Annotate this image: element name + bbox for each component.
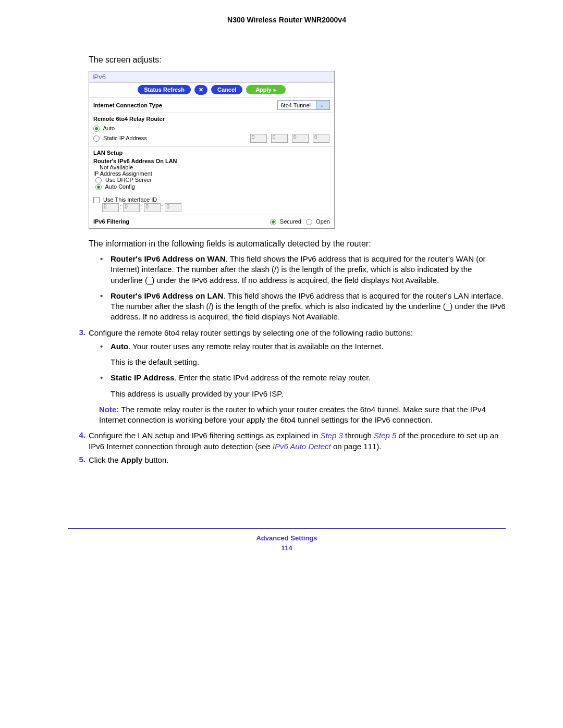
- page-footer: Advanced Settings 114: [68, 528, 506, 552]
- lan-assign-label: IP Address Assignment: [93, 170, 330, 177]
- bullet-static: Static IP Address. Enter the static IPv4…: [98, 373, 506, 399]
- relay-auto-row: Auto: [93, 124, 330, 133]
- filter-row: IPv6 Filtering Secured Open: [89, 215, 334, 228]
- filter-open-radio[interactable]: [306, 219, 312, 225]
- lan-block: LAN Setup Router's IPv6 Address On LAN N…: [89, 147, 334, 215]
- bullet-auto: Auto. Your router uses any remote relay …: [98, 341, 506, 368]
- auto-config-label: Auto Config: [105, 183, 134, 190]
- bullet-lan: Router's IPv6 Address on LAN. This field…: [98, 291, 506, 323]
- note-block: Note: The remote relay router is the rou…: [99, 404, 506, 426]
- ip-octet-3[interactable]: 0: [292, 134, 309, 143]
- ref-ipv6-auto-detect[interactable]: IPv6 Auto Detect: [273, 442, 331, 451]
- connection-type-label: Internet Connection Type: [93, 102, 162, 108]
- iface-octet-3[interactable]: 0: [144, 203, 161, 212]
- relay-auto-label: Auto: [103, 125, 115, 131]
- bullet-auto-follow: This is the default setting.: [111, 357, 506, 367]
- use-interface-checkbox[interactable]: [93, 197, 100, 203]
- bullet-static-text: . Enter the static IPv4 address of the r…: [175, 373, 371, 382]
- panel-title: IPv6: [89, 71, 334, 83]
- relay-static-row: Static IP Address 0. 0. 0. 0: [93, 133, 330, 144]
- step-5: 5. Click the Apply button.: [71, 455, 506, 465]
- ip-octet-1[interactable]: 0: [250, 134, 267, 143]
- step-3-text: Configure the remote 6to4 relay router s…: [89, 328, 506, 338]
- bullet-auto-text: . Your router uses any remote relay rout…: [128, 342, 383, 351]
- step-5-pre: Click the: [89, 455, 121, 464]
- step-4-mid1: through: [343, 431, 374, 440]
- relay-static-radio[interactable]: [93, 135, 100, 142]
- step-4: 4. Configure the LAN setup and IPv6 filt…: [71, 430, 506, 452]
- ipv6-config-screenshot: IPv6 Status Refresh ✕ Cancel Apply▸ Inte…: [89, 71, 335, 229]
- relay-title: Remote 6to4 Relay Router: [93, 116, 330, 122]
- relay-auto-radio[interactable]: [93, 126, 100, 132]
- apply-button[interactable]: Apply▸: [246, 85, 286, 94]
- bullet-lan-bold: Router's IPv6 Address on LAN: [111, 291, 223, 300]
- status-refresh-button[interactable]: Status Refresh: [138, 85, 191, 94]
- dhcp-label: Use DHCP Server: [105, 177, 152, 183]
- step-3: 3. Configure the remote 6to4 relay route…: [71, 328, 506, 338]
- relay-static-label: Static IP Address: [103, 135, 147, 141]
- arrow-right-icon: ▸: [274, 87, 276, 93]
- use-interface-label: Use This Interface ID: [103, 196, 157, 203]
- ref-step5[interactable]: Step 5: [374, 431, 396, 440]
- lan-addr-value: Not Available: [93, 164, 330, 170]
- iface-octet-1[interactable]: 0: [102, 203, 119, 212]
- step-5-number: 5.: [71, 455, 89, 465]
- cancel-x-button[interactable]: ✕: [194, 85, 207, 95]
- step-5-post: button.: [142, 455, 168, 464]
- bullet-static-bold: Static IP Address: [111, 373, 175, 382]
- ip-octet-4[interactable]: 0: [313, 134, 329, 143]
- iface-octet-2[interactable]: 0: [123, 203, 140, 212]
- connection-type-row: Internet Connection Type 6to4 Tunnel ⌄: [89, 97, 334, 113]
- bullet-wan: Router's IPv6 Address on WAN. This field…: [98, 254, 506, 286]
- interface-id-fields: 0: 0: 0: 0: [93, 203, 330, 212]
- relay-block: Remote 6to4 Relay Router Auto Static IP …: [89, 113, 334, 147]
- auto-detected-intro: The information in the following fields …: [89, 238, 506, 250]
- connection-type-value: 6to4 Tunnel: [278, 101, 316, 109]
- footer-page-number: 114: [68, 544, 506, 552]
- step-4-content: Configure the LAN setup and IPv6 filteri…: [89, 430, 506, 452]
- note-text: The remote relay router is the router to…: [99, 405, 486, 424]
- filter-secured-radio[interactable]: [270, 219, 276, 225]
- intro-text: The screen adjusts:: [89, 55, 506, 65]
- filter-options: Secured Open: [270, 218, 330, 225]
- step-5-content: Click the Apply button.: [89, 455, 506, 465]
- lan-title: LAN Setup: [93, 150, 330, 156]
- step-4-pre: Configure the LAN setup and IPv6 filteri…: [89, 431, 320, 440]
- bullet-static-follow: This address is usually provided by your…: [111, 389, 506, 399]
- auto-detected-bullets: Router's IPv6 Address on WAN. This field…: [98, 254, 506, 323]
- ref-step3[interactable]: Step 3: [320, 431, 342, 440]
- filter-open-label: Open: [316, 218, 330, 225]
- step-5-bold: Apply: [121, 455, 143, 464]
- filter-label: IPv6 Filtering: [93, 218, 129, 225]
- step-4-number: 4.: [71, 430, 89, 452]
- footer-section-title: Advanced Settings: [68, 534, 506, 542]
- step-3-bullets: Auto. Your router uses any remote relay …: [98, 341, 506, 399]
- dhcp-radio[interactable]: [95, 177, 102, 183]
- note-label: Note:: [99, 405, 119, 414]
- panel-button-bar: Status Refresh ✕ Cancel Apply▸: [89, 83, 334, 97]
- bullet-wan-bold: Router's IPv6 Address on WAN: [111, 254, 226, 263]
- step-4-post: on page 111).: [331, 442, 382, 451]
- auto-config-radio[interactable]: [95, 184, 102, 190]
- lan-addr-label: Router's IPv6 Address On LAN: [93, 158, 330, 164]
- page-header-title: N300 Wireless Router WNR2000v4: [68, 16, 506, 24]
- static-ip-fields: 0. 0. 0. 0: [250, 134, 330, 143]
- step-3-number: 3.: [71, 328, 89, 338]
- bullet-auto-bold: Auto: [111, 342, 128, 351]
- filter-secured-label: Secured: [280, 218, 301, 225]
- connection-type-dropdown[interactable]: 6to4 Tunnel ⌄: [277, 100, 331, 110]
- ip-octet-2[interactable]: 0: [271, 134, 288, 143]
- chevron-down-icon: ⌄: [316, 101, 329, 109]
- cancel-button[interactable]: Cancel: [211, 85, 242, 94]
- iface-octet-4[interactable]: 0: [165, 203, 181, 212]
- document-page: N300 Wireless Router WNR2000v4 The scree…: [0, 0, 563, 567]
